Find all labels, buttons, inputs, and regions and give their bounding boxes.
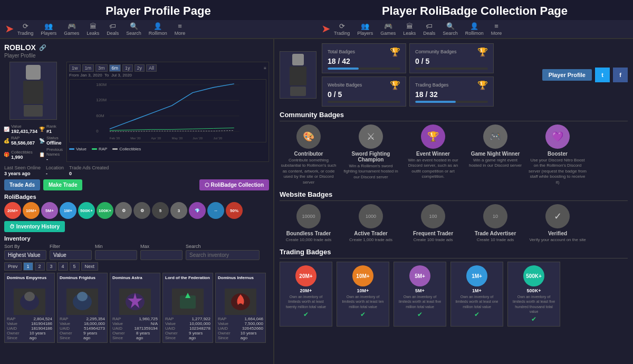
tab-1w[interactable]: 1w [69, 64, 81, 72]
inventory-history-button[interactable]: ⏱ Inventory History [4, 221, 65, 232]
prev-page-button[interactable]: Prev [4, 262, 22, 271]
item-image [172, 289, 204, 315]
badge-trade-advertiser: 10 Trade Advertiser Create 10 trade ads [466, 204, 524, 243]
nav-players[interactable]: 👥Players [41, 22, 56, 36]
badge-sword-champion: ⚔ Sword Fighting Champion Win a Rollimon… [342, 124, 400, 185]
filter-input[interactable] [50, 250, 92, 260]
badge-gear1: ⚙ [115, 202, 132, 219]
tab-1m[interactable]: 1m [82, 64, 94, 72]
trade-ads-button[interactable]: Trade Ads [4, 179, 40, 190]
badge-10m: 10M+ [23, 202, 40, 219]
trading-badges-stat-value: 18 / 32 [415, 90, 488, 99]
trade-ads-item: Trade Ads Created 0 [69, 165, 109, 176]
badge-50pct: 50% [226, 202, 243, 219]
filter-label: Filter [50, 244, 92, 249]
website-badges-card: Website Badges 🏆 0 / 5 [322, 76, 406, 107]
item-name: Dominus Frigidus [60, 275, 105, 287]
svg-text:Apr '20: Apr '20 [151, 137, 161, 140]
page-1-button[interactable]: 1 [23, 262, 33, 271]
community-badges-section-title: Community Badges [280, 111, 628, 121]
inventory-title: Inventory [4, 235, 269, 242]
tab-all[interactable]: All [146, 64, 157, 72]
game-night-icon: 🎮 [483, 124, 507, 149]
page-5-button[interactable]: 5 [70, 262, 80, 271]
max-control: Max [140, 244, 183, 260]
tab-1y[interactable]: 1y [122, 64, 133, 72]
search-label: Search [186, 244, 260, 249]
trading-badges-stat-card: Trading Badges 🏆 18 / 32 [409, 76, 494, 107]
right-nav-deals[interactable]: 🏷Deals [423, 22, 435, 36]
badge-500k: 500K+ [78, 202, 95, 219]
page-4-button[interactable]: 4 [58, 262, 68, 271]
chart-to: Jul 3, 2020 [111, 73, 132, 78]
trading-badge-500k-icon: 500K+ [523, 265, 544, 286]
nav-bars: ➤ ⟳Trading 👥Players 🎮Games 🏛Leaks 🏷Deals… [0, 20, 633, 39]
right-nav-players[interactable]: 👥Players [357, 22, 373, 36]
stats-grid: 📈 Value192,431,734 🏆 Rank#1 💰 RAP58,586,… [4, 124, 63, 162]
svg-text:Jul '20: Jul '20 [214, 137, 223, 140]
right-nav-more[interactable]: ≡More [491, 22, 502, 36]
left-page-title: Player Profile Page [0, 0, 316, 20]
earned-check-1m: ✔ [454, 311, 500, 318]
nav-leaks[interactable]: 🏛Leaks [87, 22, 99, 36]
svg-text:180M: 180M [96, 82, 107, 87]
last-seen-item: Last Seen Online 3 years ago [4, 165, 41, 176]
profile-header: ROBLOX 🔗 [4, 43, 269, 52]
right-nav-leaks[interactable]: 🏛Leaks [403, 22, 416, 36]
search-input[interactable] [186, 250, 260, 260]
page-2-button[interactable]: 2 [35, 262, 45, 271]
nav-deals[interactable]: 🏷Deals [107, 22, 119, 36]
svg-text:120M: 120M [96, 98, 107, 102]
chart-section: 1w 1m 3m 6m 1y 2y All ≡ From Jan 3, 2020… [66, 62, 269, 162]
right-nav-search[interactable]: 🔍Search [443, 22, 458, 36]
rolibadge-collection-button[interactable]: ⬡ RoliBadge Collection [199, 179, 269, 190]
list-item: Dominus Empyreus RAP2,804,524 Value18190… [4, 273, 55, 343]
min-input[interactable] [95, 250, 137, 260]
value-stat: 📈 Value192,431,734 [4, 124, 37, 134]
svg-text:0: 0 [96, 129, 99, 133]
avatar-section: 📈 Value192,431,734 🏆 Rank#1 💰 RAP58,586,… [4, 62, 62, 162]
make-trade-button[interactable]: Make Trade [43, 179, 82, 190]
twitter-button[interactable]: t [595, 68, 610, 82]
trade-advertiser-icon: 10 [483, 204, 507, 228]
roli-stats: Total Badges 🏆 18 / 42 Community Badges … [322, 43, 494, 107]
nav-games[interactable]: 🎮Games [64, 22, 79, 36]
rolibadges-row: 20M+ 10M+ 5M+ 1M+ 500K+ 100K+ ⚙ ⚙ 5 3 💎 … [4, 202, 269, 219]
right-nav-logo: ➤ [322, 23, 330, 35]
badge-frequent-trader: 100 Frequent Trader Create 100 trade ads [404, 204, 462, 243]
facebook-button[interactable]: f [613, 68, 628, 82]
total-badges-card: Total Badges 🏆 18 / 42 [322, 43, 406, 73]
svg-text:60M: 60M [96, 113, 104, 118]
roli-header-right: Player Profile t f [542, 68, 628, 82]
profile-sub: Player Profile [4, 53, 269, 59]
right-nav-rollimon[interactable]: 👤Rollimon [465, 22, 484, 36]
max-label: Max [140, 244, 183, 249]
booster-icon: 💜 [545, 124, 570, 149]
action-buttons: Trade Ads Make Trade ⬡ RoliBadge Collect… [4, 179, 269, 190]
trading-badge-20m: 20M+ 20M+ Own an inventory of limiteds w… [280, 262, 332, 326]
inventory-section: Inventory Sort By Filter Min Max [4, 235, 269, 343]
next-page-button[interactable]: Next [81, 262, 99, 271]
page-3-button[interactable]: 3 [46, 262, 56, 271]
nav-rollimon[interactable]: 👤Rollimon [149, 22, 167, 36]
right-nav-games[interactable]: 🎮Games [380, 22, 396, 36]
badge-1m: 1M+ [60, 202, 76, 219]
nav-more[interactable]: ≡More [175, 22, 186, 36]
right-page-title: Player RoliBadge Collection Page [316, 0, 633, 20]
website-badges-section-title: Website Badges [280, 190, 628, 201]
sort-input[interactable] [4, 250, 46, 260]
tab-2y[interactable]: 2y [135, 64, 145, 72]
total-badges-value: 18 / 42 [328, 57, 400, 65]
list-item: Lord of the Federation RAP1,277,922 Valu… [162, 273, 213, 343]
tab-3m[interactable]: 3m [95, 64, 108, 72]
info-row: Last Seen Online 3 years ago Location - … [4, 165, 269, 176]
sort-control: Sort By [4, 244, 46, 260]
tab-6m[interactable]: 6m [109, 64, 121, 72]
right-nav-trading[interactable]: ⟳Trading [334, 22, 350, 36]
player-profile-button[interactable]: Player Profile [542, 69, 592, 81]
nav-trading[interactable]: ⟳Trading [17, 22, 33, 36]
nav-search[interactable]: 🔍Search [126, 22, 141, 36]
max-input[interactable] [140, 250, 183, 260]
item-image [14, 289, 45, 315]
earned-check-500k: ✔ [511, 315, 557, 323]
